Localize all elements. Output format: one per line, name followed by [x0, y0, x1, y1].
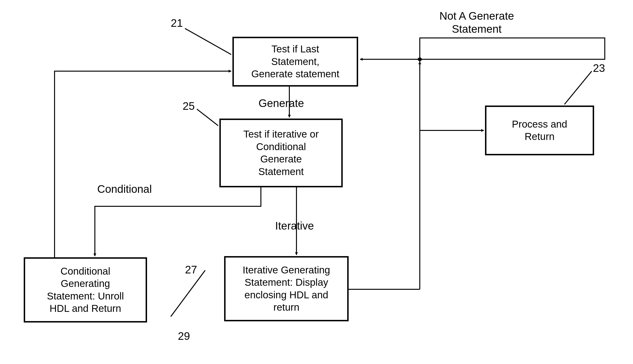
svg-line-3 — [171, 270, 205, 316]
svg-line-2 — [197, 109, 218, 126]
svg-line-1 — [564, 71, 592, 104]
svg-line-0 — [185, 28, 231, 54]
flowchart-arrows — [0, 0, 633, 364]
